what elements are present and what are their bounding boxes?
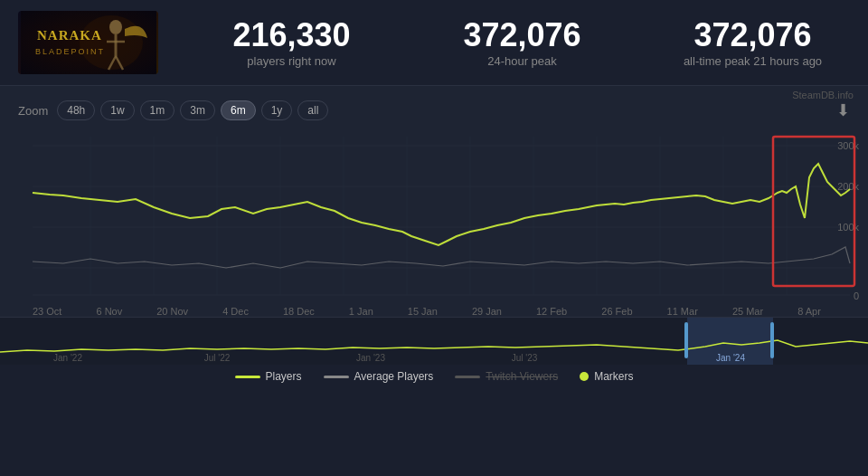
current-players-label: players right now	[194, 54, 389, 68]
date-label: 26 Feb	[601, 306, 632, 317]
twitch-legend-line	[455, 376, 480, 378]
peak-24h-label: 24-hour peak	[425, 54, 619, 68]
date-label: 18 Dec	[283, 306, 315, 317]
zoom-48h[interactable]: 48h	[57, 100, 95, 120]
legend-twitch: Twitch Viewers	[455, 370, 558, 383]
zoom-label: Zoom	[18, 104, 48, 118]
date-label: 23 Oct	[33, 306, 61, 317]
all-time-peak-stat: 372,076 all-time peak 21 hours ago	[656, 17, 850, 69]
svg-text:Jul '22: Jul '22	[204, 353, 231, 363]
date-label: 8 Apr	[797, 306, 821, 317]
markers-legend-label: Markers	[594, 370, 633, 383]
all-time-peak-value: 372,076	[656, 17, 850, 53]
players-legend-line	[235, 376, 260, 378]
svg-text:100k: 100k	[837, 222, 859, 233]
svg-text:Jul '23: Jul '23	[512, 353, 538, 363]
svg-point-4	[109, 20, 122, 34]
zoom-1y[interactable]: 1y	[261, 100, 293, 120]
chart-container: SteamDB.info Zoom 48h 1w 1m 3m 6m 1y all…	[0, 86, 868, 364]
svg-rect-9	[0, 128, 868, 304]
svg-text:NARAKA: NARAKA	[37, 28, 102, 43]
download-button[interactable]: ⬇	[836, 100, 850, 120]
date-label: 25 Mar	[732, 306, 763, 317]
legend-avg-players: Average Players	[324, 370, 434, 383]
zoom-bar: Zoom 48h 1w 1m 3m 6m 1y all ⬇	[0, 93, 868, 128]
zoom-3m[interactable]: 3m	[180, 100, 215, 120]
zoom-1m[interactable]: 1m	[140, 100, 175, 120]
date-label: 12 Feb	[536, 306, 567, 317]
svg-text:0: 0	[854, 290, 859, 301]
svg-text:BLADEPOINT: BLADEPOINT	[35, 47, 105, 56]
zoom-all[interactable]: all	[297, 100, 328, 120]
peak-24h-stat: 372,076 24-hour peak	[425, 17, 619, 69]
date-label: 20 Nov	[156, 306, 188, 317]
legend: Players Average Players Twitch Viewers M…	[0, 364, 868, 386]
legend-players: Players	[235, 370, 302, 383]
zoom-6m[interactable]: 6m	[221, 100, 256, 120]
current-players-value: 216,330	[194, 17, 389, 53]
date-label: 4 Dec	[222, 306, 249, 317]
svg-text:Jan '23: Jan '23	[356, 353, 385, 363]
svg-rect-39	[684, 322, 688, 358]
twitch-legend-label: Twitch Viewers	[486, 370, 558, 383]
zoom-1w[interactable]: 1w	[100, 100, 134, 120]
current-players-stat: 216,330 players right now	[194, 17, 389, 69]
mini-chart: Jan '22 Jul '22 Jan '23 Jul '23 Jan '24	[0, 317, 868, 364]
date-label: 29 Jan	[472, 306, 502, 317]
avg-players-legend-line	[324, 376, 349, 378]
svg-text:300k: 300k	[837, 140, 859, 151]
date-labels: 23 Oct 6 Nov 20 Nov 4 Dec 18 Dec 1 Jan 1…	[0, 304, 868, 317]
header: NARAKA BLADEPOINT 216,330 players right …	[0, 0, 868, 86]
legend-markers: Markers	[580, 370, 633, 383]
main-chart: 300k 200k 100k 0	[0, 128, 868, 317]
svg-text:Jan '22: Jan '22	[53, 353, 82, 363]
svg-rect-40	[770, 322, 774, 358]
steamdb-credit: SteamDB.info	[792, 90, 854, 100]
game-banner: NARAKA BLADEPOINT	[18, 11, 158, 74]
avg-players-legend-label: Average Players	[354, 370, 434, 383]
date-label: 15 Jan	[408, 306, 438, 317]
date-label: 1 Jan	[349, 306, 373, 317]
peak-24h-value: 372,076	[425, 17, 619, 53]
players-legend-label: Players	[266, 370, 302, 383]
svg-text:Jan '24: Jan '24	[716, 353, 745, 363]
markers-legend-dot	[580, 372, 589, 381]
all-time-peak-label: all-time peak 21 hours ago	[656, 54, 850, 68]
date-label: 11 Mar	[667, 306, 698, 317]
date-label: 6 Nov	[96, 306, 122, 317]
